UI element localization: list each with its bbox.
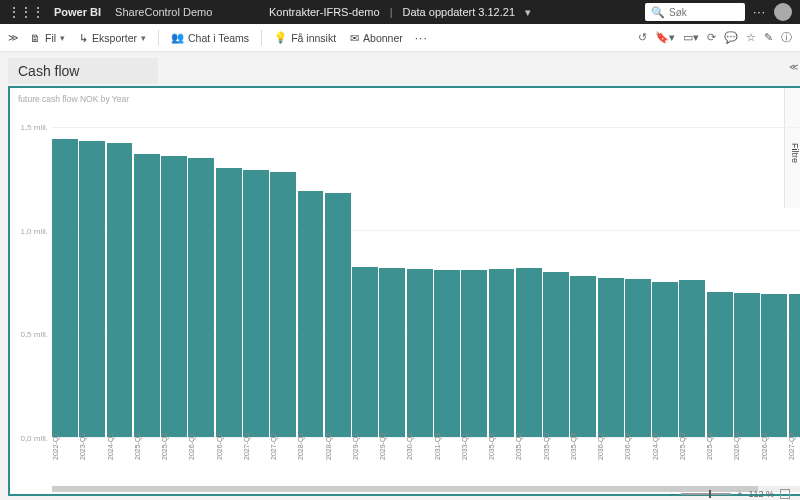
bar[interactable] [52, 139, 78, 437]
bar[interactable] [216, 168, 242, 437]
file-label: Fil [45, 32, 56, 44]
bar[interactable] [761, 294, 787, 437]
mail-icon: ✉ [350, 32, 359, 44]
bar[interactable] [188, 158, 214, 437]
bar[interactable] [625, 279, 651, 437]
more-icon[interactable]: ··· [753, 5, 766, 19]
bar[interactable] [570, 276, 596, 437]
nav-expand-icon[interactable]: ≫ [8, 32, 18, 43]
subscribe-button[interactable]: ✉ Abonner [348, 32, 405, 44]
edit-icon[interactable]: ✎ [764, 31, 773, 44]
chart-body: 0,0 mill.0,5 mill.1,0 mill.1,5 mill. [18, 106, 800, 438]
zoom-slider-thumb[interactable] [709, 490, 711, 498]
chevron-down-icon: ▾ [60, 33, 65, 43]
bar[interactable] [679, 280, 705, 437]
view-icon[interactable]: ▭▾ [683, 31, 699, 44]
insight-button[interactable]: 💡 Få innsikt [272, 31, 338, 44]
y-axis-tick: 0,5 mill. [20, 330, 48, 339]
zoom-value: 112 % [748, 489, 774, 499]
export-menu[interactable]: ↳ Eksporter ▾ [77, 32, 148, 44]
x-axis: 2022-Q12023-Q12024-Q12025-Q12025-Q22026-… [52, 438, 800, 486]
plot-area [52, 106, 800, 438]
bulb-icon: 💡 [274, 31, 287, 44]
search-input[interactable] [669, 7, 739, 18]
bar[interactable] [325, 193, 351, 437]
y-axis-tick: 1,0 mill. [20, 226, 48, 235]
separator [158, 30, 159, 46]
bar[interactable] [298, 191, 324, 437]
bar[interactable] [407, 269, 433, 437]
bar[interactable] [161, 156, 187, 437]
bar[interactable] [461, 270, 487, 437]
refresh-icon[interactable]: ⟳ [707, 31, 716, 44]
toolbar-more-icon[interactable]: ··· [415, 31, 428, 45]
bar[interactable] [107, 143, 133, 437]
y-axis-tick: 1,5 mill. [20, 122, 48, 131]
bar[interactable] [489, 269, 515, 437]
search-box[interactable]: 🔍 [645, 3, 745, 21]
zoom-control: − + 112 % [670, 489, 790, 499]
page-title: Cash flow [8, 58, 158, 84]
left-column: Cash flow future cash flow NOK by Year 0… [8, 58, 800, 496]
bookmark-icon[interactable]: 🔖▾ [655, 31, 675, 44]
comment-icon[interactable]: 💬 [724, 31, 738, 44]
bar[interactable] [707, 292, 733, 437]
file-menu[interactable]: 🗎 Fil ▾ [28, 32, 67, 44]
app-launcher-icon[interactable]: ⋮⋮⋮ [8, 6, 44, 18]
chevron-down-icon[interactable]: ▾ [525, 6, 531, 19]
file-icon: 🗎 [30, 32, 41, 44]
chart-title: future cash flow NOK by Year [18, 94, 800, 104]
bar[interactable] [734, 293, 760, 437]
toolbar-right: ↺ 🔖▾ ▭▾ ⟳ 💬 ☆ ✎ ⓘ [638, 30, 792, 45]
favorite-icon[interactable]: ☆ [746, 31, 756, 44]
avatar[interactable] [774, 3, 792, 21]
search-icon: 🔍 [651, 6, 665, 19]
bar[interactable] [598, 278, 624, 437]
teams-chat-button[interactable]: 👥 Chat i Teams [169, 31, 251, 44]
export-label: Eksporter [92, 32, 137, 44]
bar[interactable] [79, 141, 105, 437]
workspace-name[interactable]: ShareControl Demo [115, 6, 212, 18]
app-titlebar: ⋮⋮⋮ Power BI ShareControl Demo Kontrakte… [0, 0, 800, 24]
report-canvas: ≪ Filtre Cash flow future cash flow NOK … [0, 52, 800, 500]
zoom-in-button[interactable]: + [737, 489, 742, 499]
separator [261, 30, 262, 46]
titlebar-center: Kontrakter-IFRS-demo | Data oppdatert 3.… [269, 6, 531, 19]
subscribe-label: Abonner [363, 32, 403, 44]
y-axis: 0,0 mill.0,5 mill.1,0 mill.1,5 mill. [18, 106, 52, 438]
teams-label: Chat i Teams [188, 32, 249, 44]
chevron-down-icon: ▾ [141, 33, 146, 43]
titlebar-right: 🔍 ··· [645, 3, 792, 21]
info-icon[interactable]: ⓘ [781, 30, 792, 45]
bar[interactable] [789, 294, 800, 437]
bar-series [52, 106, 800, 437]
bar[interactable] [270, 172, 296, 437]
bar[interactable] [652, 282, 678, 437]
separator: | [390, 6, 393, 18]
bar[interactable] [543, 272, 569, 438]
insight-label: Få innsikt [291, 32, 336, 44]
report-toolbar: ≫ 🗎 Fil ▾ ↳ Eksporter ▾ 👥 Chat i Teams 💡… [0, 24, 800, 52]
teams-icon: 👥 [171, 31, 184, 44]
reset-icon[interactable]: ↺ [638, 31, 647, 44]
export-icon: ↳ [79, 32, 88, 44]
filter-pane-toggle-icon[interactable]: ≪ [789, 62, 798, 72]
y-axis-tick: 0,0 mill. [20, 434, 48, 443]
data-updated-label[interactable]: Data oppdatert 3.12.21 [402, 6, 515, 18]
bar[interactable] [434, 270, 460, 437]
bar[interactable] [516, 268, 542, 437]
cash-flow-chart-visual[interactable]: future cash flow NOK by Year 0,0 mill.0,… [8, 86, 800, 496]
x-axis-tick: 2027-Q3 [788, 433, 800, 460]
product-name: Power BI [54, 6, 101, 18]
bar[interactable] [134, 154, 160, 437]
bar[interactable] [352, 267, 378, 437]
zoom-out-button[interactable]: − [670, 489, 675, 499]
fit-to-page-icon[interactable] [780, 489, 790, 499]
bar[interactable] [379, 268, 405, 437]
chart-scrollbar-thumb[interactable] [52, 486, 758, 492]
report-name[interactable]: Kontrakter-IFRS-demo [269, 6, 380, 18]
bar[interactable] [243, 170, 269, 437]
